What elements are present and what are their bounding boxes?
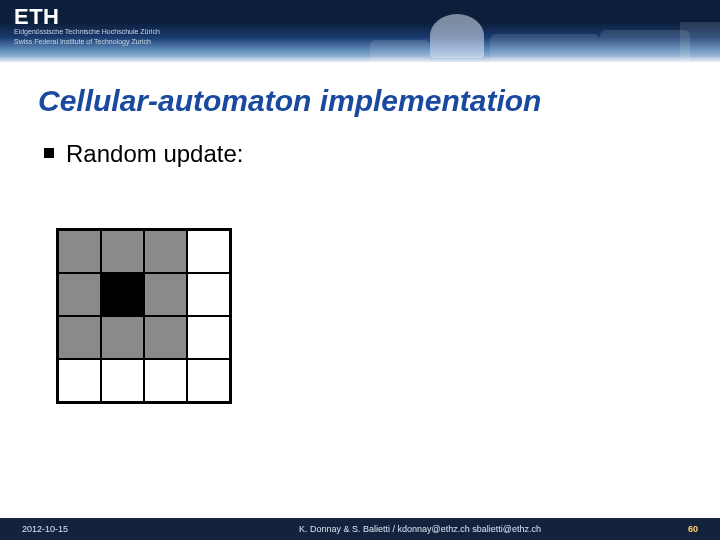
grid-cell	[187, 230, 230, 273]
grid-cell	[144, 273, 187, 316]
bullet-text: Random update:	[66, 140, 243, 168]
decor-stripe	[0, 56, 720, 62]
grid-cell	[58, 273, 101, 316]
grid-cell	[101, 273, 144, 316]
slide: ETH Eidgenössische Technische Hochschule…	[0, 0, 720, 540]
footer-bar: 2012-10-15 K. Donnay & S. Balietti / kdo…	[0, 518, 720, 540]
grid-cell	[58, 230, 101, 273]
footer-credits: K. Donnay & S. Balietti / kdonnay@ethz.c…	[180, 524, 660, 534]
grid-cell	[58, 316, 101, 359]
bullet-row: Random update:	[44, 140, 243, 168]
eth-subline-2: Swiss Federal Institute of Technology Zu…	[14, 38, 151, 45]
grid-cell	[58, 359, 101, 402]
automaton-grid	[56, 228, 232, 404]
grid-cell	[101, 230, 144, 273]
footer-date: 2012-10-15	[0, 524, 180, 534]
grid-cell	[101, 316, 144, 359]
slide-title: Cellular-automaton implementation	[38, 84, 541, 118]
eth-subline-1: Eidgenössische Technische Hochschule Zür…	[14, 28, 160, 35]
grid-cell	[187, 316, 230, 359]
grid-cell	[144, 316, 187, 359]
eth-logo: ETH	[14, 4, 60, 30]
header-band: ETH Eidgenössische Technische Hochschule…	[0, 0, 720, 62]
grid-cell	[101, 359, 144, 402]
grid-cell	[187, 273, 230, 316]
decor-dome-icon	[430, 14, 484, 58]
grid-cell	[187, 359, 230, 402]
grid-cell	[144, 359, 187, 402]
footer-page-number: 60	[660, 524, 720, 534]
grid-cell	[144, 230, 187, 273]
bullet-marker-icon	[44, 148, 54, 158]
